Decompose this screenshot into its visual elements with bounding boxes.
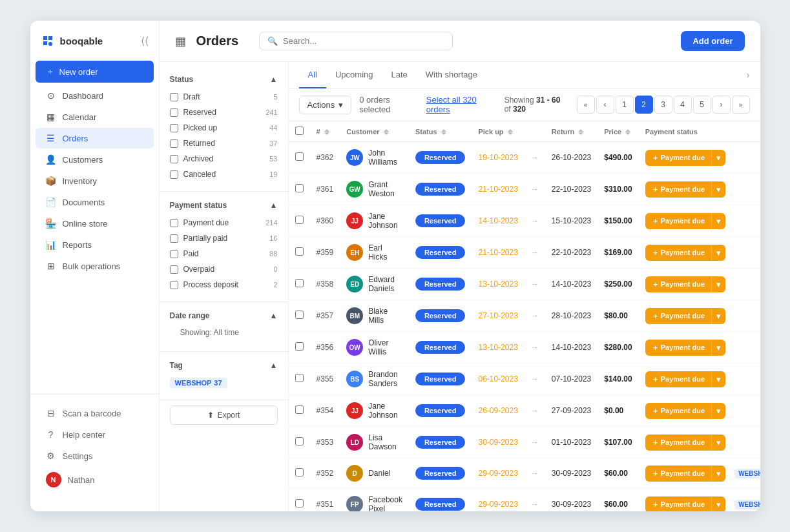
filter-paid[interactable]: Paid 88	[170, 246, 278, 261]
search-input[interactable]	[283, 36, 444, 46]
payment-main-button[interactable]: ＋ Payment due	[645, 496, 712, 512]
col-price[interactable]: Price	[598, 121, 638, 142]
page-4-button[interactable]: 4	[674, 96, 692, 114]
payment-main-button[interactable]: ＋ Payment due	[645, 150, 712, 166]
row-checkbox[interactable]	[295, 342, 304, 351]
payment-dropdown-button[interactable]: ▾	[711, 181, 725, 198]
page-5-button[interactable]: 5	[693, 96, 711, 114]
filter-canceled[interactable]: Canceled 19	[170, 167, 278, 182]
payment-main-button[interactable]: ＋ Payment due	[645, 340, 712, 356]
add-order-button[interactable]: Add order	[681, 31, 744, 51]
tab-upcoming[interactable]: Upcoming	[326, 62, 382, 88]
page-next-button[interactable]: ›	[712, 96, 731, 114]
export-button[interactable]: ⬆ Export	[170, 405, 278, 425]
payment-main-button[interactable]: ＋ Payment due	[645, 308, 712, 324]
tabs-more-icon[interactable]: ›	[747, 70, 750, 80]
payment-dropdown-button[interactable]: ▾	[711, 150, 725, 166]
payment-status-button[interactable]: ＋ Payment due ▾	[645, 213, 726, 229]
payment-main-button[interactable]: ＋ Payment due	[645, 466, 712, 482]
row-checkbox[interactable]	[295, 468, 304, 476]
filter-reserved[interactable]: Reserved 241	[170, 105, 278, 120]
filter-canceled-checkbox[interactable]	[170, 170, 178, 179]
select-all-link[interactable]: Select all 320 orders	[426, 95, 497, 114]
tab-with-shortage[interactable]: With shortage	[417, 62, 486, 88]
filter-draft[interactable]: Draft 5	[170, 89, 278, 105]
row-checkbox[interactable]	[295, 184, 304, 192]
col-return[interactable]: Return	[545, 121, 598, 142]
payment-dropdown-button[interactable]: ▾	[711, 276, 725, 292]
filter-overpaid[interactable]: Overpaid 0	[170, 261, 278, 277]
payment-status-button[interactable]: ＋ Payment due ▾	[645, 150, 726, 166]
sidebar-item-customers[interactable]: 👤 Customers	[36, 149, 154, 170]
payment-main-button[interactable]: ＋ Payment due	[645, 403, 712, 419]
filter-process-deposit[interactable]: Process deposit 2	[170, 277, 278, 292]
tab-all[interactable]: All	[299, 62, 326, 88]
page-last-button[interactable]: »	[732, 96, 750, 114]
filter-paid-checkbox[interactable]	[170, 250, 178, 258]
payment-status-button[interactable]: ＋ Payment due ▾	[645, 371, 726, 387]
payment-main-button[interactable]: ＋ Payment due	[645, 181, 712, 198]
search-box[interactable]: 🔍	[259, 32, 453, 50]
col-status[interactable]: Status	[409, 121, 472, 142]
filter-payment-due[interactable]: Payment due 214	[170, 215, 278, 230]
row-checkbox[interactable]	[295, 247, 304, 256]
webshop-tag-badge[interactable]: WEBSHOP 37	[170, 378, 227, 388]
payment-main-button[interactable]: ＋ Payment due	[645, 276, 712, 292]
sidebar-item-scan-barcode[interactable]: ⊟ Scan a barcode	[36, 403, 154, 424]
sidebar-item-bulk-operations[interactable]: ⊞ Bulk operations	[36, 256, 154, 276]
sidebar-item-user[interactable]: N Nathan	[36, 467, 154, 493]
payment-main-button[interactable]: ＋ Payment due	[645, 435, 712, 451]
filter-payment-due-checkbox[interactable]	[170, 219, 178, 227]
page-first-button[interactable]: «	[577, 96, 595, 114]
sidebar-item-orders[interactable]: ☰ Orders	[36, 128, 154, 148]
filter-overpaid-checkbox[interactable]	[170, 265, 178, 274]
page-3-button[interactable]: 3	[654, 96, 672, 114]
payment-main-button[interactable]: ＋ Payment due	[645, 371, 712, 387]
select-all-checkbox[interactable]	[295, 127, 304, 135]
payment-status-button[interactable]: ＋ Payment due ▾	[645, 308, 726, 324]
payment-main-button[interactable]: ＋ Payment due	[645, 213, 712, 229]
row-checkbox[interactable]	[295, 311, 304, 319]
col-pickup[interactable]: Pick up	[472, 121, 524, 142]
payment-main-button[interactable]: ＋ Payment due	[645, 245, 712, 261]
payment-dropdown-button[interactable]: ▾	[711, 340, 725, 356]
sidebar-item-help-center[interactable]: ? Help center	[36, 424, 154, 445]
sidebar-item-inventory[interactable]: 📦 Inventory	[36, 170, 154, 191]
row-checkbox[interactable]	[295, 374, 304, 382]
payment-status-button[interactable]: ＋ Payment due ▾	[645, 496, 726, 512]
row-checkbox[interactable]	[295, 405, 304, 414]
payment-dropdown-button[interactable]: ▾	[711, 245, 725, 261]
filter-returned-checkbox[interactable]	[170, 139, 178, 148]
payment-dropdown-button[interactable]: ▾	[711, 496, 725, 512]
filter-draft-checkbox[interactable]	[170, 93, 178, 101]
row-checkbox[interactable]	[295, 216, 304, 224]
collapse-sidebar-icon[interactable]: ⟨⟨	[141, 35, 149, 47]
filter-reserved-checkbox[interactable]	[170, 108, 178, 117]
sidebar-item-reports[interactable]: 📊 Reports	[36, 234, 154, 255]
filter-partially-paid-checkbox[interactable]	[170, 234, 178, 243]
payment-status-button[interactable]: ＋ Payment due ▾	[645, 340, 726, 356]
row-checkbox[interactable]	[295, 437, 304, 445]
payment-status-button[interactable]: ＋ Payment due ▾	[645, 403, 726, 419]
actions-button[interactable]: Actions ▾	[299, 96, 352, 114]
status-filter-header[interactable]: Status ▲	[170, 75, 278, 84]
page-2-button[interactable]: 2	[635, 96, 653, 114]
payment-dropdown-button[interactable]: ▾	[711, 435, 725, 451]
payment-status-button[interactable]: ＋ Payment due ▾	[645, 435, 726, 451]
filter-returned[interactable]: Returned 37	[170, 136, 278, 151]
payment-dropdown-button[interactable]: ▾	[711, 403, 725, 419]
payment-status-button[interactable]: ＋ Payment due ▾	[645, 181, 726, 198]
sidebar-item-documents[interactable]: 📄 Documents	[36, 192, 154, 212]
date-range-filter-header[interactable]: Date range ▲	[170, 311, 278, 320]
payment-dropdown-button[interactable]: ▾	[711, 466, 725, 482]
page-prev-button[interactable]: ‹	[596, 96, 614, 114]
sidebar-item-online-store[interactable]: 🏪 Online store	[36, 213, 154, 234]
sidebar-item-settings[interactable]: ⚙ Settings	[36, 445, 154, 466]
filter-archived-checkbox[interactable]	[170, 155, 178, 163]
row-checkbox[interactable]	[295, 152, 304, 161]
col-customer[interactable]: Customer	[340, 121, 409, 142]
payment-dropdown-button[interactable]: ▾	[711, 213, 725, 229]
payment-dropdown-button[interactable]: ▾	[711, 371, 725, 387]
tag-filter-header[interactable]: Tag ▲	[170, 361, 278, 370]
filter-process-deposit-checkbox[interactable]	[170, 281, 178, 289]
